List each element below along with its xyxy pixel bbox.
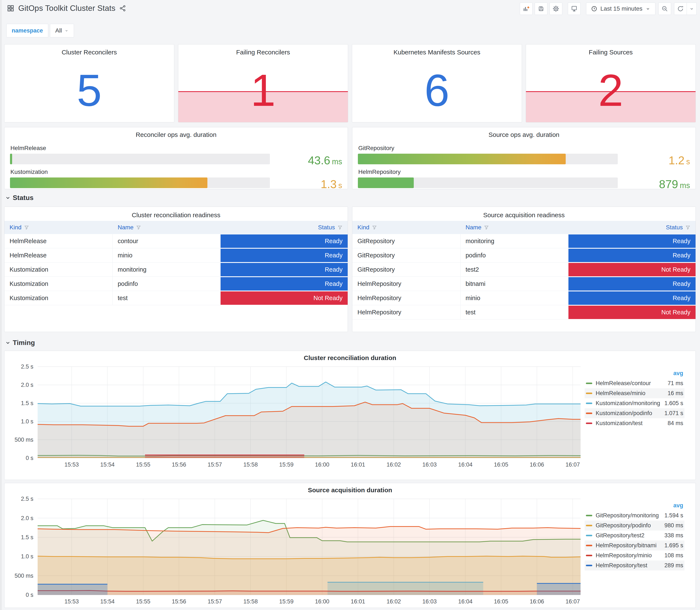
svg-text:16:03: 16:03	[422, 598, 437, 605]
gauge-bar-track	[358, 154, 618, 164]
svg-text:15:56: 15:56	[172, 598, 186, 605]
add-panel-button[interactable]	[520, 2, 533, 15]
cell-kind: HelmRepository	[352, 291, 460, 305]
series-avg-value: 16 ms	[667, 390, 683, 397]
cell-kind: HelmRepository	[352, 305, 460, 319]
dashboards-grid-icon[interactable]	[7, 4, 14, 12]
panel-title: Source ops avg. duration	[358, 127, 690, 138]
column-header-name[interactable]: Name	[113, 221, 221, 234]
svg-text:1.0 s: 1.0 s	[21, 418, 33, 425]
status-badge: Not Ready	[221, 291, 348, 305]
svg-text:0 s: 0 s	[26, 455, 33, 461]
series-color-marker	[586, 392, 592, 394]
column-header-kind[interactable]: Kind	[352, 221, 460, 234]
series-name: Kustomization/podinfo	[596, 410, 664, 417]
cell-name: minio	[113, 248, 221, 262]
cell-kind: Kustomization	[4, 291, 113, 305]
legend-item[interactable]: HelmRepository/minio 108 ms	[585, 550, 684, 561]
legend-item[interactable]: HelmRepository/test 289 ms	[585, 561, 684, 571]
svg-text:16:06: 16:06	[530, 598, 544, 605]
svg-text:1.0 s: 1.0 s	[21, 553, 33, 560]
series-avg-value: 1.594 s	[664, 512, 683, 519]
section-title: Timing	[13, 339, 35, 347]
status-badge: Ready	[568, 277, 696, 291]
time-range-picker[interactable]: Last 15 minutes	[586, 2, 655, 15]
svg-text:2.0 s: 2.0 s	[21, 382, 33, 388]
svg-text:15:57: 15:57	[208, 462, 222, 468]
panel-title: Source acquisition readiness	[352, 207, 696, 221]
status-badge: Ready	[221, 277, 348, 291]
stat-value: 5	[4, 68, 174, 113]
timeseries-plot: 0 s500 ms1.0 s1.5 s2.0 s2.5 s15:5315:541…	[6, 495, 584, 606]
table-row: HelmRelease contour Ready	[4, 234, 348, 248]
filter-funnel-icon	[484, 225, 489, 230]
gauge-value: 43.6ms	[274, 154, 342, 167]
series-avg-value: 338 ms	[664, 532, 683, 539]
save-dashboard-button[interactable]	[535, 2, 548, 15]
nav-edge-strip	[0, 0, 2, 610]
legend-item[interactable]: Kustomization/monitoring 1.605 s	[585, 398, 684, 408]
namespace-variable-label: namespace	[6, 24, 48, 37]
gauge-row-label: HelmRepository	[358, 168, 690, 175]
legend-item[interactable]: GitRepository/podinfo 980 ms	[585, 520, 684, 530]
namespace-variable-select[interactable]: All	[50, 24, 74, 37]
cycle-view-mode-button[interactable]	[568, 2, 581, 15]
legend-item[interactable]: HelmRelease/contour 71 ms	[585, 378, 684, 388]
legend-item[interactable]: GitRepository/test2 338 ms	[585, 530, 684, 541]
dashboard-toolbar: Last 15 minutes	[520, 2, 697, 15]
timing-section-header[interactable]: Timing	[5, 339, 35, 347]
svg-text:1.5 s: 1.5 s	[21, 400, 33, 406]
table-row: Kustomization podinfo Ready	[4, 277, 348, 291]
column-header-name[interactable]: Name	[460, 221, 569, 234]
series-avg-value: 84 ms	[667, 420, 683, 427]
legend-avg-header[interactable]: avg	[585, 370, 684, 376]
series-avg-value: 1.695 s	[664, 542, 683, 549]
series-name: Kustomization/test	[596, 420, 667, 427]
series-name: GitRepository/monitoring	[596, 512, 664, 519]
zoom-out-button[interactable]	[658, 2, 671, 15]
legend-item[interactable]: Kustomization/test 84 ms	[585, 418, 684, 428]
status-badge: Ready	[568, 291, 696, 305]
gauge-bar-fill	[10, 154, 12, 164]
series-name: HelmRepository/minio	[596, 552, 664, 559]
gauge-value: 1.3s	[274, 177, 342, 191]
refresh-button[interactable]	[674, 2, 687, 15]
legend-avg-header[interactable]: avg	[585, 502, 684, 509]
gauge-bar-track	[10, 154, 270, 164]
panel-title: Cluster reconciliation readiness	[4, 207, 348, 221]
stat-panel: Failing Reconcilers 1	[178, 44, 348, 123]
legend-item[interactable]: HelmRepository/bitnami 1.695 s	[585, 541, 684, 550]
stat-panels-row: Cluster Reconcilers 5 Failing Reconciler…	[4, 44, 696, 123]
refresh-interval-dropdown[interactable]	[687, 2, 697, 15]
legend-item[interactable]: HelmRelease/minio 16 ms	[585, 388, 684, 398]
share-icon[interactable]	[119, 5, 126, 12]
svg-text:15:55: 15:55	[136, 598, 150, 605]
series-color-marker	[586, 545, 592, 546]
filter-funnel-icon	[685, 225, 690, 230]
dashboard-settings-button[interactable]	[550, 2, 562, 15]
svg-text:16:07: 16:07	[566, 598, 580, 605]
stat-panel-title: Kubernetes Manifests Sources	[352, 49, 522, 56]
svg-text:16:04: 16:04	[458, 462, 473, 468]
stat-panel-title: Failing Reconcilers	[178, 49, 348, 56]
cell-kind: HelmRelease	[4, 234, 113, 248]
cell-kind: GitRepository	[352, 234, 460, 248]
panel-title: Source acquisition duration	[4, 483, 696, 495]
svg-text:15:53: 15:53	[64, 462, 79, 468]
legend-item[interactable]: Kustomization/podinfo 1.071 s	[585, 408, 684, 418]
column-header-kind[interactable]: Kind	[4, 221, 113, 234]
column-header-status[interactable]: Status	[221, 221, 348, 234]
status-section-header[interactable]: Status	[5, 194, 34, 202]
chevron-down-icon	[646, 6, 650, 11]
column-header-status[interactable]: Status	[568, 221, 696, 234]
cell-name: bitnami	[460, 277, 569, 291]
table-row: HelmRepository minio Ready	[352, 291, 696, 305]
table-header-row: Kind Name Status	[352, 221, 696, 234]
gauge-bar-fill	[10, 177, 207, 188]
legend-item[interactable]: GitRepository/monitoring 1.594 s	[585, 511, 684, 520]
series-name: HelmRepository/test	[596, 562, 664, 569]
svg-text:500 ms: 500 ms	[14, 573, 33, 579]
svg-text:16:01: 16:01	[351, 598, 365, 605]
gauge-row-label: HelmRelease	[11, 145, 342, 151]
cell-kind: Kustomization	[4, 262, 113, 277]
